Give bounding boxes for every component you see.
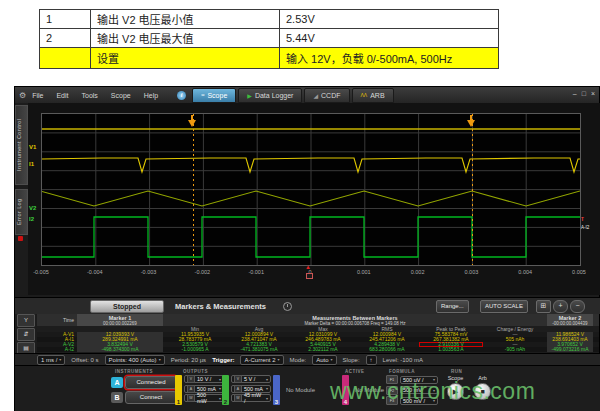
zoom-in-icon[interactable]: + <box>553 300 568 313</box>
period-value: Period: 20 µs <box>171 357 206 363</box>
channel-label-v2[interactable]: V2 <box>29 205 36 211</box>
cursor-select-icon[interactable]: ⊞ <box>536 300 551 313</box>
channel-1-color-bar: 1 <box>175 375 182 405</box>
trigger-time-icon[interactable]: ▲ <box>305 264 311 270</box>
col-marker1[interactable]: Marker 1 00:00:00.002269 <box>77 314 163 326</box>
play-icon: ▶ <box>247 92 252 99</box>
info-icon[interactable]: i <box>177 91 186 100</box>
x-tick: -0.005 <box>26 269 56 275</box>
tab-data-logger[interactable]: ▶ Data Logger <box>238 88 302 103</box>
stopped-status-button[interactable]: Stopped <box>90 300 164 313</box>
instrument-a-connect-button[interactable]: Connected <box>125 376 177 389</box>
avg-value: -471.381075 mA <box>227 347 291 352</box>
title-bar: ⚙ File Edit Tools Scope Help i ≈ Scope ▶… <box>15 87 599 103</box>
chevron-down-icon: ▾ <box>219 377 221 382</box>
x-tick: 0.001 <box>349 269 379 275</box>
x-tick: -0.002 <box>187 269 217 275</box>
col-marker2[interactable]: Marker 2 -00:00:00.004439 <box>547 314 593 326</box>
row-value: 5.44V <box>280 29 499 48</box>
measurements-header-bar: Stopped Markers & Measurements Range... … <box>15 297 600 314</box>
formula-header: FORMULA <box>389 369 415 374</box>
ch1-voltage-value: 10 V / <box>197 376 211 382</box>
ch2-power-value: 45 mW / <box>244 392 264 404</box>
menu-file[interactable]: File <box>32 92 43 99</box>
output-channel-2: 2 V5 V /▾ A500 mA▾ W45 mW /▾ <box>222 375 271 405</box>
marker1-value: -498.374300 mA <box>77 347 163 352</box>
ch2-power-select[interactable]: W45 mW /▾ <box>231 394 271 402</box>
channel-2-color-bar: 2 <box>222 375 229 405</box>
ch1-power-value: 500 mW <box>197 392 217 404</box>
rms-value: 683.280066 mA <box>355 347 419 352</box>
clock-icon[interactable] <box>283 302 292 311</box>
sidebar-tab-instrument-control[interactable]: Instrument Control <box>15 105 28 185</box>
table-view-toggles: Y ⇵ ▤ <box>17 314 35 352</box>
trigger-mode-select[interactable]: Auto ▾ <box>312 355 336 365</box>
tab-ccdf[interactable]: ◢ CCDF <box>304 88 349 103</box>
sidebar-tab-error-log[interactable]: Error Log <box>15 189 28 235</box>
ch1-voltage-select[interactable]: V10 V /▾ <box>184 375 224 383</box>
marker1-flag-icon[interactable] <box>188 120 196 131</box>
output-channel-1: 1 V10 V /▾ A500 mA▾ W500 mW▾ <box>175 375 224 405</box>
tab-scope[interactable]: ≈ Scope <box>192 88 236 103</box>
col-between-markers: Measurements Between Markers Marker Delt… <box>163 314 547 326</box>
trigger-source-select[interactable]: A-Current 2 ▾ <box>240 355 283 365</box>
close-button[interactable]: × <box>591 90 595 97</box>
trigger-source-value: A-Current 2 <box>244 357 275 363</box>
y-axis-toggle-icon[interactable]: Y <box>17 314 35 327</box>
voltage-unit-icon: V <box>234 375 242 383</box>
ch2-voltage-select[interactable]: V5 V /▾ <box>231 375 271 383</box>
points-select[interactable]: Points: 400 (Auto) ▾ <box>105 355 165 365</box>
slope-toggle[interactable]: ↑ <box>366 355 377 365</box>
menu-help[interactable]: Help <box>144 92 158 99</box>
minimize-button[interactable]: – <box>573 90 577 97</box>
instrument-b-connect-button[interactable]: Connect <box>125 391 177 404</box>
channel-label-i2[interactable]: I2 <box>29 216 34 222</box>
marker2-flag-icon[interactable] <box>467 120 475 131</box>
table-row-highlighted: 设置 输入 12V，负载 0/-500mA, 500Hz <box>40 48 499 69</box>
menu-edit[interactable]: Edit <box>56 92 68 99</box>
tab-arb[interactable]: ΛΛ ARB <box>352 88 394 103</box>
chevron-down-icon: ▾ <box>59 357 61 362</box>
power-unit-icon: W <box>234 394 242 402</box>
slope-label: Slope: <box>343 357 360 363</box>
chevron-down-icon: ▾ <box>266 377 268 382</box>
row-desc: 设置 <box>91 48 280 69</box>
instruments-header: INSTRUMENTS <box>115 369 153 374</box>
menu-tools[interactable]: Tools <box>82 92 98 99</box>
channel-label-v1[interactable]: V1 <box>29 144 36 150</box>
points-value: Points: 400 (Auto) <box>109 357 157 363</box>
autoscale-button[interactable]: AUTO SCALE <box>480 300 528 313</box>
voltage-unit-icon: V <box>187 375 195 383</box>
results-table: 1 输出 V2 电压最小值 2.53V 2 输出 V2 电压最大值 5.44V … <box>39 9 499 69</box>
markers-toggle-icon[interactable]: ⇵ <box>17 328 35 341</box>
trigger-time-handle[interactable] <box>306 273 313 279</box>
row-number: 1 <box>40 10 91 29</box>
chevron-down-icon: ▾ <box>266 396 268 401</box>
ch1-current-value: 500 mA <box>197 386 216 392</box>
row-value: 输入 12V，负载 0/-500mA, 500Hz <box>280 48 499 69</box>
waveform-icon: ≈ <box>201 92 204 98</box>
run-header: RUN <box>451 369 462 374</box>
menu-scope[interactable]: Scope <box>111 92 131 99</box>
channel-number: 2 <box>222 399 229 405</box>
measurement-row-a-i2[interactable]: A-I2 -498.374300 mA -1.000965 A -471.381… <box>37 347 599 352</box>
marker2-value: -499.073216 mA <box>547 347 593 352</box>
outputs-header: OUTPUTS <box>183 369 208 374</box>
timebase-scale-select[interactable]: 1 ms / ▾ <box>37 355 65 365</box>
maximize-button[interactable]: □ <box>582 90 586 97</box>
channel-label-i1[interactable]: I1 <box>29 161 34 167</box>
x-tick: 0.005 <box>564 269 594 275</box>
max-value: 2.302112 mA <box>291 347 355 352</box>
tab-label: ARB <box>370 92 384 99</box>
page: 1 输出 V2 电压最小值 2.53V 2 输出 V2 电压最大值 5.44V … <box>0 0 600 411</box>
ch1-power-select[interactable]: W500 mW▾ <box>184 394 224 402</box>
range-button[interactable]: Range... <box>436 300 469 313</box>
gear-icon[interactable]: ⚙ <box>19 91 26 100</box>
waveform-plot[interactable] <box>41 113 581 266</box>
ccdf-icon: ◢ <box>313 92 318 99</box>
mode-label: Mode: <box>290 357 307 363</box>
zoom-out-icon[interactable]: − <box>570 300 585 313</box>
timebase-scale-value: 1 ms / <box>41 357 57 363</box>
channel-name: A-I2 <box>37 347 77 352</box>
trigger-label: Trigger: <box>212 357 234 363</box>
